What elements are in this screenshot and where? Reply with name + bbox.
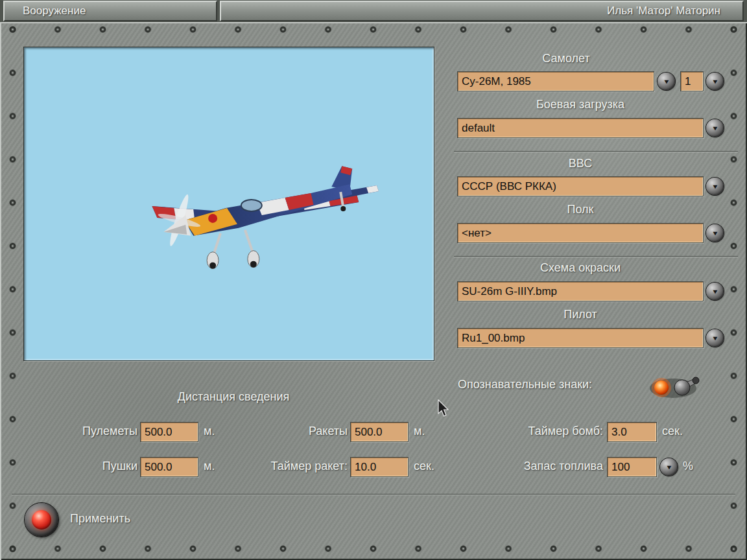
separator-line — [454, 151, 738, 152]
pilot-name-tab: Илья 'Матор' Маторин — [220, 1, 744, 21]
aircraft-count-arrow-button[interactable]: ▼ — [706, 73, 724, 90]
aircraft-count-select[interactable]: 1 — [680, 71, 704, 91]
rivet-strip-top — [9, 26, 738, 33]
pilot-name: Илья 'Матор' Маторин — [607, 5, 720, 18]
markings-label: Опознавательные знаки: — [458, 378, 592, 391]
chevron-down-icon: ▼ — [663, 78, 670, 84]
aircraft-preview-image — [24, 47, 434, 360]
rivet-strip-bottom — [9, 545, 738, 552]
regiment-label: Полк — [457, 203, 704, 216]
rocket-timer-unit: сек. — [414, 460, 434, 472]
fuel-input[interactable] — [607, 457, 657, 477]
top-bar: Вооружение Илья 'Матор' Маторин — [0, 0, 747, 22]
rocket-timer-label: Таймер ракет: — [253, 460, 348, 472]
convergence-title: Дистанция сведения — [104, 390, 363, 403]
rivet-strip-right — [730, 26, 737, 552]
bomb-timer-unit: сек. — [662, 425, 683, 438]
fuel-arrow-button[interactable]: ▼ — [660, 458, 678, 476]
machineguns-label: Пулеметы — [36, 425, 137, 438]
chevron-down-icon: ▼ — [711, 288, 718, 294]
skin-select-arrow-button[interactable]: ▼ — [706, 283, 724, 300]
rockets-convergence-input[interactable] — [350, 422, 409, 442]
screen-title-tab: Вооружение — [3, 1, 217, 21]
aircraft-select-arrow-button[interactable]: ▼ — [658, 73, 675, 90]
screen-title: Вооружение — [23, 5, 86, 18]
loadout-select-arrow-button[interactable]: ▼ — [706, 119, 724, 137]
markings-toggle-switch[interactable] — [648, 375, 700, 401]
chevron-down-icon: ▼ — [711, 78, 718, 84]
rockets-label: Ракеты — [272, 425, 348, 438]
chevron-down-icon: ▼ — [711, 125, 718, 131]
pilot-skin-select-arrow-button[interactable]: ▼ — [706, 329, 724, 347]
rocket-timer-input[interactable] — [350, 457, 409, 477]
bomb-timer-label: Таймер бомб: — [493, 425, 603, 438]
pilot-skin-label: Пилот — [457, 308, 704, 321]
separator-line — [454, 256, 738, 257]
cannons-label: Пушки — [36, 460, 137, 472]
chevron-down-icon: ▼ — [711, 183, 718, 189]
aircraft-preview-box — [23, 47, 434, 361]
pilot-skin-select[interactable]: Ru1_00.bmp — [457, 328, 704, 348]
cannons-convergence-input[interactable] — [140, 457, 198, 477]
airforce-select-arrow-button[interactable]: ▼ — [706, 178, 724, 195]
separator-line — [12, 494, 735, 495]
mouse-cursor — [437, 399, 450, 419]
fuel-unit: % — [683, 460, 693, 472]
fuel-label: Запас топлива — [493, 460, 603, 472]
apply-label[interactable]: Применить — [70, 511, 130, 526]
rockets-unit: м. — [414, 425, 425, 438]
skin-select[interactable]: SU-26m G-IIIY.bmp — [457, 281, 704, 301]
regiment-select-arrow-button[interactable]: ▼ — [706, 224, 724, 242]
aircraft-label: Самолет — [457, 52, 675, 65]
airforce-label: ВВС — [457, 157, 704, 170]
skin-label: Схема окраски — [457, 261, 704, 274]
machineguns-convergence-input[interactable] — [140, 422, 198, 442]
chevron-down-icon: ▼ — [665, 464, 672, 470]
apply-button[interactable] — [25, 503, 58, 537]
rivet-strip-left — [9, 26, 16, 552]
loadout-label: Боевая загрузка — [457, 98, 704, 111]
apply-button-lamp-icon — [32, 510, 51, 530]
chevron-down-icon: ▼ — [711, 335, 718, 341]
cannons-unit: м. — [204, 460, 215, 472]
bomb-timer-input[interactable] — [607, 422, 657, 442]
main-panel: Самолет Су-26М, 1985 ▼ 1 ▼ Боевая загруз… — [0, 22, 747, 560]
machineguns-unit: м. — [204, 425, 215, 438]
regiment-select[interactable]: <нет> — [457, 223, 704, 243]
chevron-down-icon: ▼ — [711, 230, 718, 236]
aircraft-select[interactable]: Су-26М, 1985 — [457, 71, 654, 91]
airforce-select[interactable]: СССР (ВВС РККА) — [457, 176, 704, 196]
loadout-select[interactable]: default — [457, 118, 704, 138]
